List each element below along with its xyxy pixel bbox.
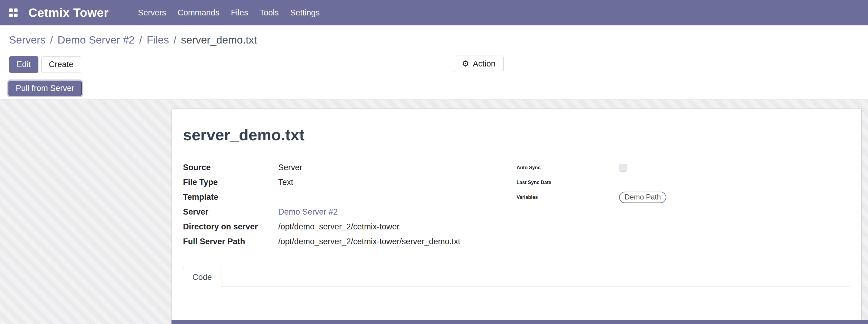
tab-code[interactable]: Code: [183, 268, 221, 287]
auto-sync-checkbox[interactable]: [619, 164, 627, 172]
field-label-server: Server: [183, 207, 278, 217]
action-menu-button[interactable]: ⚙ Action: [454, 56, 503, 72]
field-value-server-link[interactable]: Demo Server #2: [278, 207, 338, 217]
apps-grid-square: [9, 8, 13, 12]
action-menu-label: Action: [473, 59, 495, 69]
menu-item-servers[interactable]: Servers: [132, 8, 172, 18]
main-menu: Servers Commands Files Tools Settings: [132, 8, 326, 18]
field-label-file-type: File Type: [183, 177, 278, 187]
field-value-directory: /opt/demo_server_2/cetmix-tower: [278, 222, 400, 231]
field-row-source: Source Server: [183, 160, 504, 175]
create-button[interactable]: Create: [41, 56, 81, 73]
right-group-labels: Auto Sync Last Sync Date Variables: [517, 160, 613, 249]
control-panel: Edit Create ⚙ Action: [0, 52, 868, 77]
notebook: Code: [183, 268, 850, 323]
field-groups: Source Server File Type Text Template Se…: [183, 160, 850, 249]
field-value-full-path: /opt/demo_server_2/cetmix-tower/server_d…: [278, 237, 460, 246]
menu-item-files[interactable]: Files: [225, 8, 254, 18]
menu-item-tools[interactable]: Tools: [254, 8, 284, 18]
form-sheet: server_demo.txt Source Server File Type …: [172, 108, 862, 320]
pull-from-server-button[interactable]: Pull from Server: [8, 81, 82, 96]
app-title[interactable]: Cetmix Tower: [28, 6, 108, 20]
menu-item-settings[interactable]: Settings: [284, 8, 326, 18]
field-row-template: Template: [183, 190, 504, 205]
form-statusbar: Pull from Server: [0, 77, 868, 100]
field-row-directory: Directory on server /opt/demo_server_2/c…: [183, 220, 504, 234]
field-row-file-type: File Type Text: [183, 175, 504, 190]
top-navbar: Cetmix Tower Servers Commands Files Tool…: [0, 0, 868, 25]
breadcrumb-demo-server[interactable]: Demo Server #2: [58, 34, 134, 46]
apps-grid-square: [9, 13, 13, 17]
right-group-values: Demo Path: [613, 160, 850, 249]
apps-grid-icon[interactable]: [9, 8, 18, 17]
field-label-directory: Directory on server: [183, 222, 278, 231]
field-label-variables: Variables: [517, 190, 613, 205]
field-label-template: Template: [183, 192, 278, 202]
form-view-background: server_demo.txt Source Server File Type …: [0, 100, 868, 324]
breadcrumb-separator: /: [174, 34, 177, 46]
tab-code-content: [183, 287, 850, 323]
field-label-full-path: Full Server Path: [183, 237, 278, 246]
field-value-last-sync-date: [619, 175, 850, 190]
field-group-right: Auto Sync Last Sync Date Variables Demo …: [517, 160, 850, 249]
edit-button[interactable]: Edit: [9, 56, 38, 73]
field-label-auto-sync: Auto Sync: [517, 160, 613, 175]
field-label-last-sync-date: Last Sync Date: [517, 175, 613, 190]
breadcrumb-separator: /: [50, 34, 53, 46]
field-row-full-path: Full Server Path /opt/demo_server_2/cetm…: [183, 234, 504, 249]
apps-grid-square: [14, 13, 18, 17]
notebook-tabs: Code: [183, 268, 850, 287]
breadcrumb-files[interactable]: Files: [147, 34, 169, 46]
field-label-source: Source: [183, 163, 278, 172]
apps-grid-square: [14, 8, 18, 12]
field-value-file-type: Text: [278, 178, 293, 187]
breadcrumb-current: server_demo.txt: [181, 34, 257, 46]
breadcrumb: Servers / Demo Server #2 / Files / serve…: [0, 25, 868, 52]
field-group-left: Source Server File Type Text Template Se…: [183, 160, 517, 249]
record-title: server_demo.txt: [183, 126, 850, 143]
variable-tag-demo-path[interactable]: Demo Path: [619, 192, 666, 203]
code-editor-top-band: [172, 320, 868, 324]
breadcrumb-servers[interactable]: Servers: [9, 34, 46, 46]
field-row-server: Server Demo Server #2: [183, 205, 504, 220]
menu-item-commands[interactable]: Commands: [172, 8, 225, 18]
gear-icon: ⚙: [462, 60, 469, 68]
field-value-variables: Demo Path: [619, 190, 850, 205]
field-value-source: Server: [278, 163, 303, 172]
field-value-auto-sync: [619, 160, 850, 175]
breadcrumb-separator: /: [139, 34, 142, 46]
